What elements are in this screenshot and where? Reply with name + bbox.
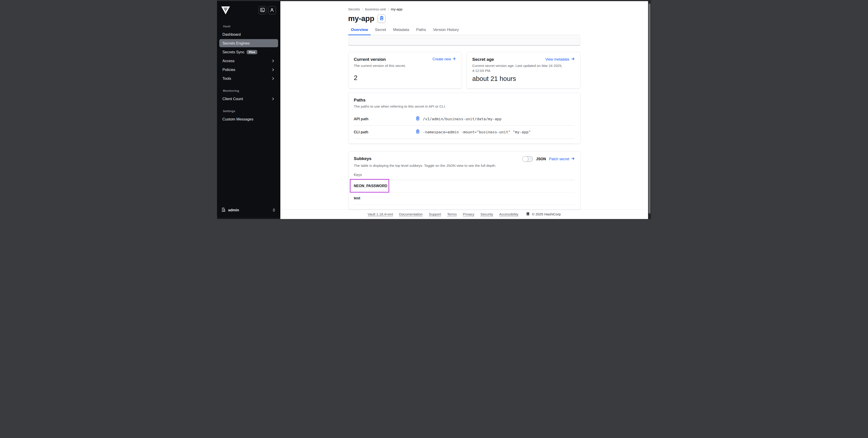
sidebar-item-secrets-sync[interactable]: Secrets Sync Plus [219,48,278,56]
copy-secret-path-button[interactable] [377,14,385,23]
paths-description: The paths to use when referring to this … [354,104,575,109]
secret-age-title: Secret age [472,57,494,62]
json-toggle-label: JSON [536,157,546,161]
breadcrumb-separator: / [388,7,389,11]
current-version-card: Current version Create new The current v… [348,52,462,89]
patch-secret-link[interactable]: Patch secret [549,157,575,161]
user-icon [270,8,274,13]
footer: Vault 1.18.4+ent Documentation Support T… [280,209,648,219]
secret-age-card: Secret age View metadata Current secret … [467,52,580,89]
sidebar-outer: Vault Dashboard Secrets Engines Secrets … [217,1,280,219]
sidebar-item-secrets-engines[interactable]: Secrets Engines [219,39,278,47]
chevron-right-icon [271,59,275,63]
keys-column-header: Keys [354,173,575,177]
user-menu-button[interactable] [268,6,276,14]
sidebar-item-dashboard[interactable]: Dashboard [219,30,278,38]
tab-version-history[interactable]: Version History [430,26,462,35]
current-version-value: 2 [354,74,456,81]
sidebar-section-monitoring: Monitoring [219,89,278,93]
footer-link-terms[interactable]: Terms [447,212,457,216]
console-button[interactable] [259,6,266,14]
secret-age-description: Current secret version age. Last updated… [472,63,575,73]
subkeys-description: The table is displaying the top level su… [354,163,575,168]
current-version-title: Current version [354,57,386,62]
terminal-icon [260,8,265,13]
vault-app-window: Vault Dashboard Secrets Engines Secrets … [217,0,651,219]
plus-badge: Plus [247,50,257,54]
plus-icon [453,57,456,62]
clipboard-copy-icon [379,16,384,21]
breadcrumb-secrets[interactable]: Secrets [348,7,360,11]
chevron-right-icon [271,97,275,101]
hashicorp-logo-icon [526,212,530,217]
subkey-row-test[interactable]: test [354,192,575,205]
page-title: my-app [348,14,374,23]
toggle-knob [522,156,528,162]
subkeys-card: Subkeys JSON Patch secret [348,151,580,209]
footer-link-documentation[interactable]: Documentation [399,212,423,216]
empty-toolbar [348,37,580,46]
namespace-picker[interactable]: admin [217,204,280,218]
window-scrollbar[interactable] [648,1,651,219]
chevron-right-icon [271,68,275,72]
json-toggle[interactable] [523,156,533,162]
sidebar: Vault Dashboard Secrets Engines Secrets … [217,1,280,218]
paths-card: Paths The paths to use when referring to… [348,93,580,144]
footer-link-security[interactable]: Security [480,212,493,216]
clipboard-copy-icon[interactable] [415,129,420,135]
scrollbar-thumb[interactable] [649,3,651,213]
sidebar-item-access[interactable]: Access [219,57,278,65]
sidebar-section-settings: Settings [219,109,278,113]
sidebar-nav: Vault Dashboard Secrets Engines Secrets … [217,25,280,124]
breadcrumb-my-app: my-app [391,7,403,11]
sidebar-section-vault: Vault [219,25,278,28]
chevron-right-icon [271,77,275,80]
secret-age-value: about 21 hours [472,75,575,82]
tab-paths[interactable]: Paths [413,26,429,35]
arrow-right-icon [571,157,575,161]
arrow-right-icon [571,57,575,62]
subkeys-title: Subkeys [354,156,372,161]
footer-link-support[interactable]: Support [429,212,441,216]
cli-path-row: CLI path [354,126,575,139]
tab-metadata[interactable]: Metadata [390,26,412,35]
copyright-text: © 2025 HashiCorp [532,212,561,216]
sidebar-item-tools[interactable]: Tools [219,74,278,82]
breadcrumb-separator: / [362,7,363,11]
chevrons-up-down-icon [272,208,276,212]
cli-path-value: -namespace=admin -mount="business-unit" … [423,130,531,134]
subkeys-table: NEON_PASSWORD test [354,180,575,205]
main-area: Secrets / business-unit / my-app my-app [280,1,648,219]
namespace-label: admin [228,208,239,212]
breadcrumb-business-unit[interactable]: business-unit [365,7,385,11]
tab-bar: Overview Secret Metadata Paths Version H… [348,26,580,35]
org-icon [221,207,226,213]
sidebar-item-client-count[interactable]: Client Count [219,95,278,103]
window-top-edge [217,0,651,1]
view-metadata-link[interactable]: View metadata [545,57,575,62]
api-path-label: API path [354,117,415,121]
vault-logo-icon [221,6,230,15]
api-path-value: /v1/admin/business-unit/data/my-app [423,117,502,121]
tab-overview[interactable]: Overview [348,26,371,35]
tab-secret[interactable]: Secret [372,26,389,35]
breadcrumb: Secrets / business-unit / my-app [348,7,580,11]
footer-link-vault-version[interactable]: Vault 1.18.4+ent [368,212,393,216]
current-version-description: The current version of this secret. [354,63,456,68]
footer-link-accessibility[interactable]: Accessibility [499,212,518,216]
subkey-row-neon-password[interactable]: NEON_PASSWORD [354,180,575,192]
sidebar-item-policies[interactable]: Policies [219,66,278,74]
api-path-row: API path [354,112,575,126]
sidebar-item-custom-messages[interactable]: Custom Messages [219,115,278,123]
footer-link-privacy[interactable]: Privacy [463,212,474,216]
paths-title: Paths [354,98,575,103]
cli-path-label: CLI path [354,130,415,134]
clipboard-copy-icon[interactable] [415,116,420,122]
create-new-link[interactable]: Create new [432,57,456,62]
